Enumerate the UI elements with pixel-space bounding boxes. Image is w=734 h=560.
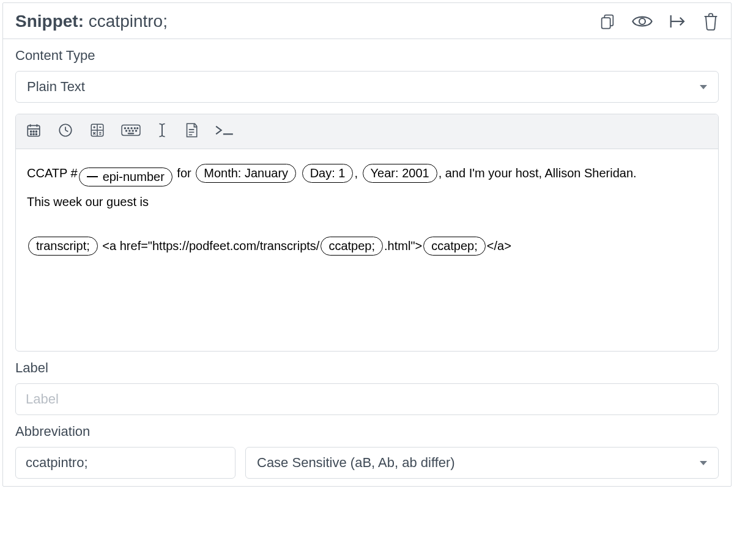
token-text: transcript; xyxy=(36,238,90,254)
svg-point-30 xyxy=(124,128,125,129)
insert-script-icon[interactable] xyxy=(214,123,235,139)
panel-header: Snippet: ccatpintro; xyxy=(3,3,731,39)
snippet-editor: CCATP #epi-number for Month: January Day… xyxy=(15,114,719,352)
svg-rect-1 xyxy=(602,18,610,28)
snippet-editor-panel: Snippet: ccatpintro; xyxy=(2,2,732,487)
editor-line-2: This week our guest is xyxy=(27,191,707,212)
svg-point-31 xyxy=(128,128,129,129)
content-type-select[interactable]: Plain Text xyxy=(15,71,719,103)
label-input[interactable] xyxy=(15,383,719,415)
content-type-value: Plain Text xyxy=(27,79,85,95)
editor-line-3: transcript; <a href="https://podfeet.com… xyxy=(27,235,707,256)
token-text: epi-number xyxy=(103,169,165,185)
svg-point-36 xyxy=(129,130,130,131)
text: , xyxy=(354,166,361,180)
transcript-snippet-token[interactable]: transcript; xyxy=(28,237,98,256)
svg-rect-39 xyxy=(128,133,135,134)
svg-point-37 xyxy=(132,130,133,131)
insert-key-icon[interactable] xyxy=(121,123,141,140)
abbreviation-input[interactable] xyxy=(15,447,235,479)
year-token[interactable]: Year: 2001 xyxy=(363,164,437,183)
abbreviation-row: Case Sensitive (aB, Ab, ab differ) xyxy=(15,447,719,482)
insert-date-icon[interactable] xyxy=(26,122,42,141)
text: This week our guest is xyxy=(27,195,149,208)
case-sensitivity-select[interactable]: Case Sensitive (aB, Ab, ab differ) xyxy=(245,447,719,479)
svg-point-13 xyxy=(31,134,32,135)
chevron-down-icon xyxy=(700,85,707,89)
svg-line-18 xyxy=(65,130,68,131)
svg-point-35 xyxy=(126,130,127,131)
token-text: Month: January xyxy=(204,165,288,181)
chevron-down-icon xyxy=(700,461,707,465)
title-prefix: Snippet: xyxy=(15,12,84,31)
trash-icon[interactable] xyxy=(703,12,719,31)
content-type-label: Content Type xyxy=(15,48,719,64)
abbreviation-field-label: Abbreviation xyxy=(15,424,719,440)
month-token[interactable]: Month: January xyxy=(196,164,296,183)
svg-point-14 xyxy=(33,134,34,135)
content-type-section: Content Type Plain Text xyxy=(3,39,731,103)
svg-point-38 xyxy=(136,130,137,131)
token-text: Year: 2001 xyxy=(371,165,429,181)
text xyxy=(297,166,301,180)
text: CCATP # xyxy=(27,166,78,180)
token-text: Day: 1 xyxy=(310,165,346,181)
blank-line xyxy=(27,217,707,235)
label-section: Label xyxy=(3,352,731,415)
page-title: Snippet: ccatpintro; xyxy=(15,12,168,31)
text: for xyxy=(174,166,195,180)
svg-point-11 xyxy=(33,131,34,132)
ccatpep-token[interactable]: ccatpep; xyxy=(321,237,383,256)
day-token[interactable]: Day: 1 xyxy=(302,164,354,183)
label-field-label: Label xyxy=(15,360,719,376)
title-name: ccatpintro; xyxy=(89,12,168,31)
editor-line-1: CCATP #epi-number for Month: January Day… xyxy=(27,163,707,186)
fillin-epi-number-token[interactable]: epi-number xyxy=(79,168,172,186)
svg-point-15 xyxy=(35,134,37,135)
preview-icon[interactable] xyxy=(632,13,653,30)
svg-point-10 xyxy=(31,131,32,132)
token-text: ccatpep; xyxy=(328,238,375,254)
svg-point-2 xyxy=(639,18,645,24)
token-text: ccatpep; xyxy=(431,238,478,254)
case-sensitivity-value: Case Sensitive (aB, Ab, ab differ) xyxy=(257,455,455,471)
insert-cursor-icon[interactable] xyxy=(157,122,168,141)
svg-point-32 xyxy=(131,128,132,129)
copy-icon[interactable] xyxy=(599,13,616,30)
text: , and I'm your host, Allison Sheridan. xyxy=(439,166,637,180)
text: <a href="https://podfeet.com/transcripts… xyxy=(99,239,320,252)
header-actions xyxy=(599,12,719,31)
handle-icon xyxy=(87,176,98,177)
svg-point-34 xyxy=(137,128,138,129)
svg-point-12 xyxy=(35,131,37,132)
svg-point-33 xyxy=(134,128,135,129)
export-icon[interactable] xyxy=(669,13,687,29)
insert-time-icon[interactable] xyxy=(57,122,73,141)
insert-math-icon[interactable] xyxy=(89,122,105,141)
text: .html"> xyxy=(384,239,422,252)
abbreviation-section: Abbreviation Case Sensitive (aB, Ab, ab … xyxy=(3,415,731,486)
ccatpep-token-2[interactable]: ccatpep; xyxy=(423,237,486,256)
editor-body[interactable]: CCATP #epi-number for Month: January Day… xyxy=(16,149,718,351)
text: </a> xyxy=(487,239,511,252)
insert-clipboard-icon[interactable] xyxy=(184,122,198,141)
editor-toolbar xyxy=(16,114,718,149)
